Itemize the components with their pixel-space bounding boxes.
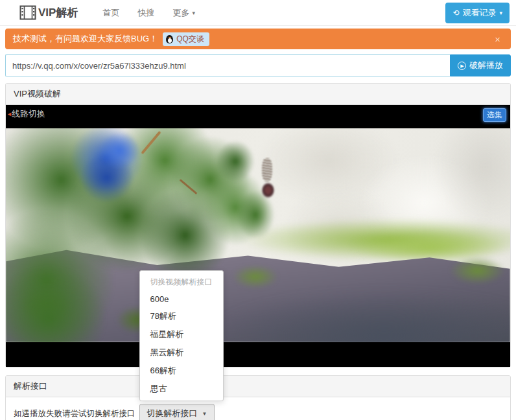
url-bar: ▶ 破解播放 — [5, 54, 511, 76]
parser-menu-item-heiyun[interactable]: 黑云解析 — [140, 344, 223, 362]
nav-item-more-label: 更多 — [172, 7, 189, 19]
player-panel-title: VIP视频破解 — [6, 84, 510, 105]
parser-dropup: 切换解析接口 ▼ 切换视频解析接口 600e 78解析 福星解析 黑云解析 66… — [139, 404, 215, 420]
parse-hint: 如遇播放失败请尝试切换解析接口 — [14, 408, 135, 419]
parse-panel-body: 如遇播放失败请尝试切换解析接口 切换解析接口 ▼ 切换视频解析接口 600e 7… — [6, 397, 510, 420]
qq-chat-label: QQ交谈 — [176, 34, 204, 45]
watch-history-button[interactable]: ⟲ 观看记录 ▾ — [445, 3, 510, 23]
nav-links: 首页 快搜 更多 ▾ — [93, 7, 204, 19]
video-url-input[interactable] — [5, 54, 450, 76]
nav-item-home-label: 首页 — [102, 7, 119, 19]
person — [261, 182, 275, 198]
nav-item-home[interactable]: 首页 — [93, 7, 128, 19]
film-icon — [19, 5, 36, 20]
watch-history-label: 观看记录 — [462, 7, 496, 19]
brand-link[interactable]: VIP解析 — [19, 5, 78, 20]
video-player[interactable]: ◄ 线路切换 选集 — [6, 105, 510, 367]
pond-blob — [97, 130, 142, 171]
play-icon: ▶ — [458, 62, 466, 70]
switch-parser-label: 切换解析接口 — [147, 408, 198, 419]
parser-menu-item-600e[interactable]: 600e — [140, 291, 223, 307]
caret-down-icon: ▼ — [202, 411, 207, 417]
parser-menu-header: 切换视频解析接口 — [140, 274, 223, 291]
nav-item-more[interactable]: 更多 ▾ — [163, 7, 204, 19]
announcement-alert: 技术测试，有问题欢迎大家反馈BUG！ QQ交谈 × — [5, 29, 511, 49]
video-frame — [6, 128, 510, 342]
navbar: VIP解析 首页 快搜 更多 ▾ ⟲ 观看记录 ▾ — [0, 0, 516, 26]
history-icon: ⟲ — [452, 9, 459, 17]
close-icon[interactable]: × — [492, 34, 503, 45]
parse-panel: 解析接口 如遇播放失败请尝试切换解析接口 切换解析接口 ▼ 切换视频解析接口 6… — [5, 375, 511, 420]
qq-chat-badge[interactable]: QQ交谈 — [163, 32, 209, 46]
caret-down-icon: ▾ — [499, 10, 502, 16]
scenery-blob — [213, 137, 258, 186]
player-panel: VIP视频破解 ◄ 线路切换 选集 — [5, 83, 511, 368]
parse-panel-title: 解析接口 — [6, 376, 510, 397]
parser-menu-item-78[interactable]: 78解析 — [140, 307, 223, 325]
alert-text: 技术测试，有问题欢迎大家反馈BUG！ — [13, 33, 158, 45]
nav-item-quick-search[interactable]: 快搜 — [128, 7, 163, 19]
parser-menu-item-sigu[interactable]: 思古 — [140, 380, 223, 398]
parser-menu-item-66[interactable]: 66解析 — [140, 362, 223, 380]
person-streak — [262, 158, 272, 181]
qq-penguin-icon — [166, 35, 173, 43]
parser-menu-item-fuxing[interactable]: 福星解析 — [140, 325, 223, 344]
caret-down-icon: ▾ — [192, 10, 195, 16]
crack-play-button[interactable]: ▶ 破解播放 — [450, 54, 511, 76]
scenery-blob — [450, 257, 506, 285]
nav-item-quick-search-label: 快搜 — [137, 7, 154, 19]
crack-play-label: 破解播放 — [469, 60, 503, 71]
brand-label: VIP解析 — [38, 5, 78, 20]
switch-parser-button[interactable]: 切换解析接口 ▼ — [139, 404, 215, 420]
episodes-badge[interactable]: 选集 — [483, 108, 506, 122]
parser-menu: 切换视频解析接口 600e 78解析 福星解析 黑云解析 66解析 思古 — [139, 270, 224, 401]
line-switch-label[interactable]: 线路切换 — [12, 108, 45, 120]
